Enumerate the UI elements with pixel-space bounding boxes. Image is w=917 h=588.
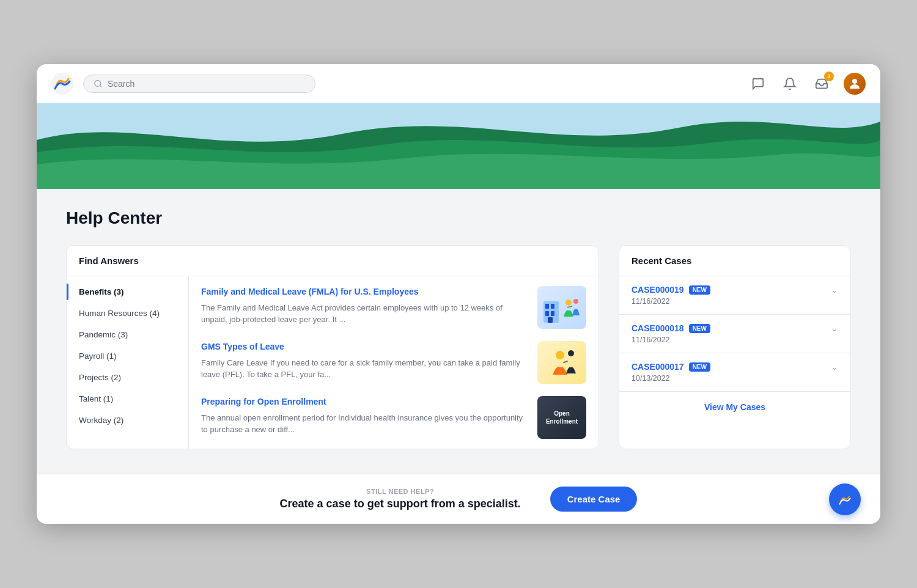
inbox-button[interactable]: 3 bbox=[812, 74, 831, 94]
category-projects[interactable]: Projects (2) bbox=[67, 367, 188, 388]
chevron-down-icon: ⌄ bbox=[831, 362, 838, 372]
list-item: GMS Types of Leave Family Care Leave If … bbox=[201, 341, 586, 384]
content-grid: Find Answers Benefits (3) Human Resource… bbox=[66, 245, 851, 449]
category-payroll[interactable]: Payroll (1) bbox=[67, 345, 188, 367]
article-thumb-fmla bbox=[537, 286, 586, 329]
logo-area bbox=[51, 73, 73, 95]
chat-icon bbox=[751, 77, 765, 90]
svg-rect-9 bbox=[548, 317, 553, 323]
case-badge-0: NEW bbox=[689, 285, 710, 295]
article-desc-gms: Family Care Leave If you need to care fo… bbox=[201, 357, 528, 381]
recent-cases-section: Recent Cases CASE000019 NEW 11/16/2022 ⌄ bbox=[619, 245, 851, 449]
hero-banner bbox=[37, 103, 880, 189]
search-bar[interactable] bbox=[83, 75, 315, 93]
still-need-help-label: STILL NEED HELP? bbox=[280, 488, 521, 495]
article-title-enrollment[interactable]: Preparing for Open Enrollment bbox=[201, 396, 528, 408]
article-text-enrollment: Preparing for Open Enrollment The annual… bbox=[201, 396, 528, 436]
case-top-2: CASE000017 NEW bbox=[632, 362, 710, 372]
article-title-gms[interactable]: GMS Types of Leave bbox=[201, 341, 528, 353]
chevron-down-icon: ⌄ bbox=[831, 323, 838, 333]
case-id-0[interactable]: CASE000019 bbox=[632, 285, 684, 295]
case-info-1: CASE000018 NEW 11/16/2022 bbox=[632, 323, 710, 344]
svg-rect-7 bbox=[545, 311, 549, 316]
svg-rect-5 bbox=[545, 304, 549, 309]
list-item: Family and Medical Leave (FMLA) for U.S.… bbox=[201, 286, 586, 329]
article-desc-fmla: The Family and Medical Leave Act provide… bbox=[201, 302, 528, 326]
article-thumb-enrollment: OpenEnrollment bbox=[537, 396, 586, 439]
footer-text-area: STILL NEED HELP? Create a case to get su… bbox=[280, 488, 521, 510]
category-talent[interactable]: Talent (1) bbox=[67, 388, 188, 410]
avatar-icon bbox=[847, 76, 862, 91]
chevron-down-icon: ⌄ bbox=[831, 285, 838, 295]
view-my-cases-area: View My Cases bbox=[619, 392, 850, 422]
footer-bar: STILL NEED HELP? Create a case to get su… bbox=[37, 474, 880, 524]
list-item: Preparing for Open Enrollment The annual… bbox=[201, 396, 586, 439]
view-my-cases-link[interactable]: View My Cases bbox=[704, 402, 765, 412]
svg-point-1 bbox=[95, 80, 101, 86]
case-date-0: 11/16/2022 bbox=[632, 297, 710, 306]
search-input[interactable] bbox=[108, 79, 305, 89]
find-answers-section: Find Answers Benefits (3) Human Resource… bbox=[66, 245, 599, 449]
article-desc-enrollment: The annual open enrollment period for In… bbox=[201, 412, 528, 436]
page-title: Help Center bbox=[66, 208, 851, 228]
svg-point-13 bbox=[568, 350, 574, 356]
category-hr[interactable]: Human Resources (4) bbox=[67, 303, 188, 324]
case-date-1: 11/16/2022 bbox=[632, 336, 710, 344]
case-top-1: CASE000018 NEW bbox=[632, 323, 710, 333]
category-pandemic[interactable]: Pandemic (3) bbox=[67, 324, 188, 345]
case-info-0: CASE000019 NEW 11/16/2022 bbox=[632, 285, 710, 306]
category-benefits[interactable]: Benefits (3) bbox=[67, 281, 188, 303]
article-text-fmla: Family and Medical Leave (FMLA) for U.S.… bbox=[201, 286, 528, 326]
category-workday[interactable]: Workday (2) bbox=[67, 410, 188, 431]
svg-rect-6 bbox=[551, 304, 554, 309]
svg-point-12 bbox=[556, 351, 564, 359]
inbox-badge: 3 bbox=[824, 72, 834, 81]
user-avatar[interactable] bbox=[844, 73, 866, 95]
chat-fab-button[interactable] bbox=[829, 483, 861, 515]
nav-icons: 3 bbox=[748, 73, 866, 95]
svg-point-10 bbox=[565, 300, 572, 306]
svg-point-11 bbox=[573, 299, 578, 304]
case-top-0: CASE000019 NEW bbox=[632, 285, 710, 295]
create-case-button[interactable]: Create Case bbox=[550, 487, 638, 512]
chat-fab-icon bbox=[836, 491, 853, 508]
workday-logo-icon bbox=[51, 73, 73, 95]
list-item[interactable]: CASE000019 NEW 11/16/2022 ⌄ bbox=[619, 276, 850, 315]
list-item[interactable]: CASE000018 NEW 11/16/2022 ⌄ bbox=[619, 315, 850, 353]
main-content: Help Center Find Answers Benefits (3) Hu… bbox=[37, 189, 880, 474]
case-date-2: 10/13/2022 bbox=[632, 374, 710, 383]
article-thumb-gms bbox=[537, 341, 586, 384]
top-nav: 3 bbox=[37, 64, 880, 103]
article-title-fmla[interactable]: Family and Medical Leave (FMLA) for U.S.… bbox=[201, 286, 528, 298]
app-window: 3 Help Center Find Answers bbox=[37, 64, 880, 524]
svg-rect-8 bbox=[551, 311, 554, 316]
case-id-1[interactable]: CASE000018 bbox=[632, 323, 684, 333]
articles-list: Family and Medical Leave (FMLA) for U.S.… bbox=[189, 276, 598, 449]
list-item[interactable]: CASE000017 NEW 10/13/2022 ⌄ bbox=[619, 353, 850, 392]
bell-icon bbox=[783, 77, 797, 90]
case-id-2[interactable]: CASE000017 bbox=[632, 362, 684, 372]
hero-wave-svg bbox=[37, 103, 880, 189]
find-answers-body: Benefits (3) Human Resources (4) Pandemi… bbox=[67, 276, 598, 449]
notifications-button[interactable] bbox=[780, 74, 800, 94]
categories-list: Benefits (3) Human Resources (4) Pandemi… bbox=[67, 276, 189, 449]
find-answers-header: Find Answers bbox=[67, 246, 598, 276]
search-icon bbox=[94, 79, 103, 89]
recent-cases-header: Recent Cases bbox=[619, 246, 850, 276]
footer-cta-text: Create a case to get support from a spec… bbox=[280, 498, 521, 510]
svg-point-2 bbox=[852, 79, 857, 84]
messages-button[interactable] bbox=[748, 74, 768, 94]
svg-point-14 bbox=[836, 491, 853, 508]
article-text-gms: GMS Types of Leave Family Care Leave If … bbox=[201, 341, 528, 381]
case-badge-2: NEW bbox=[689, 362, 710, 372]
case-badge-1: NEW bbox=[689, 324, 710, 333]
case-info-2: CASE000017 NEW 10/13/2022 bbox=[632, 362, 710, 383]
